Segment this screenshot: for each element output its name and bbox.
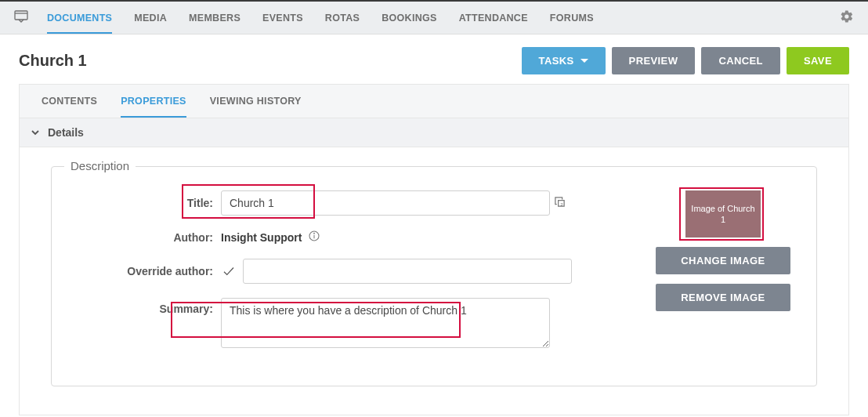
author-value: Insight Support <box>221 231 302 244</box>
chevron-down-icon <box>580 59 588 63</box>
check-icon[interactable] <box>221 264 237 278</box>
remove-image-button[interactable]: REMOVE IMAGE <box>656 284 790 311</box>
tasks-button-label: TASKS <box>539 55 574 67</box>
topnav-bookings[interactable]: BOOKINGS <box>382 2 436 34</box>
gear-icon[interactable] <box>840 9 854 26</box>
topnav-media[interactable]: MEDIA <box>134 2 167 34</box>
save-button[interactable]: SAVE <box>787 47 849 74</box>
subtab-contents[interactable]: CONTENTS <box>42 85 97 118</box>
topnav-documents[interactable]: DOCUMENTS <box>47 2 112 34</box>
summary-textarea[interactable] <box>221 298 550 348</box>
subtab-viewing-history[interactable]: VIEWING HISTORY <box>210 85 302 118</box>
topnav-events[interactable]: EVENTS <box>262 2 303 34</box>
page-title: Church 1 <box>19 52 522 70</box>
info-icon[interactable] <box>308 230 320 245</box>
change-image-button[interactable]: CHANGE IMAGE <box>656 247 790 274</box>
cancel-button[interactable]: CANCEL <box>701 47 780 74</box>
topnav-rotas[interactable]: ROTAS <box>325 2 360 34</box>
label-summary: Summary: <box>72 298 221 315</box>
svg-point-5 <box>314 233 315 234</box>
svg-rect-0 <box>15 11 27 20</box>
topnav-attendance[interactable]: ATTENDANCE <box>459 2 528 34</box>
subtab-properties[interactable]: PROPERTIES <box>121 85 186 118</box>
topnav-members[interactable]: MEMBERS <box>189 2 241 34</box>
label-title: Title: <box>72 197 221 209</box>
panel-title: Details <box>48 126 84 139</box>
label-author: Author: <box>72 231 221 244</box>
panel-header[interactable]: Details <box>20 118 848 147</box>
app-icon[interactable] <box>14 10 28 25</box>
svg-text:2: 2 <box>560 201 563 207</box>
preview-button[interactable]: PREVIEW <box>612 47 696 74</box>
subtabs: CONTENTS PROPERTIES VIEWING HISTORY <box>19 84 849 118</box>
override-author-input[interactable] <box>243 259 572 284</box>
image-thumbnail[interactable]: Image of Church 1 <box>685 190 761 238</box>
label-override-author: Override author: <box>72 265 221 277</box>
chevron-down-icon <box>31 128 40 137</box>
duplicate-icon[interactable]: 2 <box>554 196 566 210</box>
tasks-button[interactable]: TASKS <box>522 47 606 74</box>
fieldset-legend: Description <box>64 159 136 172</box>
top-nav: DOCUMENTS MEDIA MEMBERS EVENTS ROTAS BOO… <box>47 2 840 34</box>
topnav-forums[interactable]: FORUMS <box>550 2 594 34</box>
title-input[interactable] <box>221 190 550 216</box>
